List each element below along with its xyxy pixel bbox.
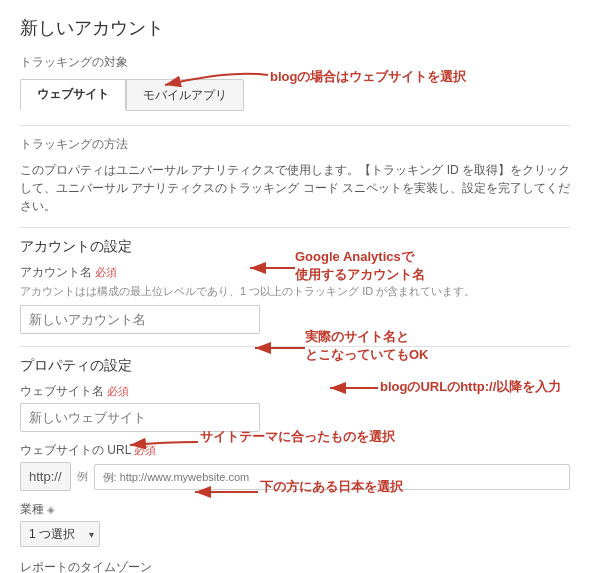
tracking-method-section: トラッキングの方法 このプロパティはユニバーサル アナリティクスで使用します。【… xyxy=(20,136,570,215)
divider-1 xyxy=(20,125,570,126)
url-prefix: http:// xyxy=(20,462,71,491)
page-title: 新しいアカウント xyxy=(20,16,570,40)
account-name-input[interactable] xyxy=(20,305,260,334)
industry-field: 業種◈ 1 つ選択 xyxy=(20,501,570,547)
account-name-hint: アカウントはは構成の最上位レベルであり、1 つ以上のトラッキング ID が含まれ… xyxy=(20,284,570,299)
industry-select-wrapper: 1 つ選択 xyxy=(20,521,100,547)
divider-2 xyxy=(20,227,570,228)
callout-sitename: 実際のサイト名と とこなっていてもOK xyxy=(305,328,485,364)
tab-mobile-button[interactable]: モバイルアプリ xyxy=(126,79,244,111)
industry-select[interactable]: 1 つ選択 xyxy=(20,521,100,547)
divider-3 xyxy=(20,346,570,347)
tracking-desc: このプロパティはユニバーサル アナリティクスで使用します。【トラッキング ID … xyxy=(20,161,570,215)
timezone-label: レポートのタイムゾーン xyxy=(20,559,570,573)
callout-industry: サイトテーマに合ったものを選択 xyxy=(200,428,410,446)
callout-url: blogのURLのhttp://以降を入力 xyxy=(380,378,575,396)
url-example-separator: 例 xyxy=(77,467,88,486)
timezone-field: レポートのタイムゾーン アメリカ合衆国 (GMT-07:00) 太平洋時間 xyxy=(20,559,570,573)
callout-timezone: 下の方にある日本を選択 xyxy=(260,478,470,496)
industry-label: 業種◈ xyxy=(20,501,570,518)
tab-website-button[interactable]: ウェブサイト xyxy=(20,79,126,111)
property-setup-header: プロパティの設定 xyxy=(20,357,570,375)
tracking-method-label: トラッキングの方法 xyxy=(20,136,570,153)
callout-account: Google Analyticsで 使用するアカウント名 xyxy=(295,248,475,284)
callout-website: blogの場合はウェブサイトを選択 xyxy=(270,68,470,86)
